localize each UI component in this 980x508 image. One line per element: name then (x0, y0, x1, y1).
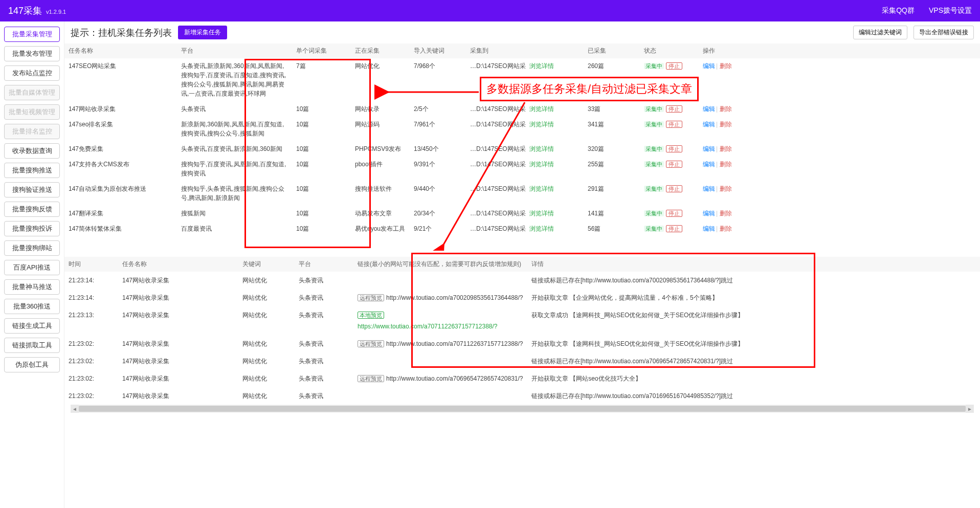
task-ops: 编辑|删除 (699, 117, 980, 141)
task-platform: 新浪新闻,360新闻,凤凰新闻,百度知道,搜狗资讯,搜狗公众号,搜狐新闻 (177, 117, 292, 141)
task-ops: 编辑|删除 (699, 101, 980, 117)
status-badge: 采集中 (644, 186, 664, 192)
detail-link[interactable]: 浏览详情 (529, 225, 554, 232)
sidebar-item-7[interactable]: 批量搜狗推送 (4, 163, 60, 178)
sidebar-item-12[interactable]: 百度API推送 (4, 260, 60, 275)
local-preview-badge[interactable]: 本地预览 (358, 312, 384, 319)
stop-button[interactable]: 停止 (666, 105, 682, 113)
remote-preview-badge[interactable]: 远程预览 (358, 340, 384, 347)
status-badge: 采集中 (644, 121, 664, 127)
log-col-platform: 平台 (295, 257, 353, 272)
sidebar-item-14[interactable]: 批量360推送 (4, 299, 60, 314)
log-kw: 网站优化 (238, 306, 295, 335)
detail-link[interactable]: 浏览详情 (529, 185, 554, 192)
log-kw: 网站优化 (238, 289, 295, 306)
status-badge: 采集中 (644, 161, 664, 167)
stop-button[interactable]: 停止 (666, 145, 682, 152)
task-ops: 编辑|删除 (699, 206, 980, 221)
delete-link[interactable]: 删除 (720, 62, 732, 70)
remote-preview-badge[interactable]: 远程预览 (358, 375, 384, 382)
col-imp: 导入关键词 (410, 43, 466, 58)
add-task-button[interactable]: 新增采集任务 (178, 26, 227, 39)
detail-link[interactable]: 浏览详情 (529, 145, 554, 152)
delete-link[interactable]: 删除 (720, 210, 732, 217)
edit-link[interactable]: 编辑 (703, 185, 715, 192)
task-ops: 编辑|删除 (699, 58, 980, 101)
remote-preview-badge[interactable]: 远程预览 (358, 294, 384, 301)
stop-button[interactable]: 停止 (666, 121, 682, 128)
log-detail: 获取文章成功 【途网科技_网站SEO优化如何做_关于SEO优化详细操作步骤】 (527, 306, 980, 335)
detail-link[interactable]: 浏览详情 (529, 121, 554, 128)
delete-link[interactable]: 删除 (720, 105, 732, 113)
edit-link[interactable]: 编辑 (703, 225, 715, 232)
edit-link[interactable]: 编辑 (703, 161, 715, 168)
delete-link[interactable]: 删除 (720, 145, 732, 152)
sidebar-item-17[interactable]: 伪原创工具 (4, 357, 60, 372)
task-dest: …D:\147SEO网站采 浏览详情 (466, 141, 584, 157)
task-row: 147自动采集为原创发布推送搜狗知乎,头条资讯,搜狐新闻,搜狗公众号,腾讯新闻,… (64, 181, 980, 206)
task-imp: 7/961个 (410, 117, 466, 141)
edit-link[interactable]: 编辑 (703, 210, 715, 217)
sidebar-item-15[interactable]: 链接生成工具 (4, 318, 60, 334)
col-count: 已采集 (584, 43, 640, 58)
task-ops: 编辑|删除 (699, 181, 980, 206)
task-single: 10篇 (292, 157, 351, 181)
edit-link[interactable]: 编辑 (703, 62, 715, 70)
log-row: 21:23:02:147网站收录采集网站优化头条资讯链接或标题已存在[http:… (64, 352, 980, 370)
log-name: 147网站收录采集 (118, 306, 238, 335)
stop-button[interactable]: 停止 (666, 225, 682, 232)
log-time: 21:23:02: (64, 370, 118, 387)
log-time: 21:23:14: (64, 289, 118, 306)
log-url: http://www.toutiao.com/a7002098535617364… (386, 294, 523, 301)
stop-button[interactable]: 停止 (666, 62, 682, 70)
delete-link[interactable]: 删除 (720, 185, 732, 192)
log-link (353, 352, 527, 370)
detail-link[interactable]: 浏览详情 (529, 62, 554, 70)
log-name: 147网站收录采集 (118, 387, 238, 405)
sidebar-item-0[interactable]: 批量采集管理 (4, 27, 60, 42)
task-single: 10篇 (292, 221, 351, 236)
sidebar-item-9[interactable]: 批量搜狗反馈 (4, 202, 60, 217)
filter-keywords-button[interactable]: 编辑过滤关键词 (853, 26, 907, 39)
horizontal-scrollbar[interactable]: ◄ ► (71, 405, 974, 413)
sidebar-item-11[interactable]: 批量搜狗绑站 (4, 240, 60, 256)
log-platform: 头条资讯 (295, 272, 353, 289)
header-link-qq[interactable]: 采集QQ群 (882, 6, 915, 15)
detail-link[interactable]: 浏览详情 (529, 210, 554, 217)
delete-link[interactable]: 删除 (720, 121, 732, 128)
edit-link[interactable]: 编辑 (703, 145, 715, 152)
sidebar-item-8[interactable]: 搜狗验证推送 (4, 182, 60, 197)
sidebar-item-13[interactable]: 批量神马推送 (4, 279, 60, 295)
sidebar-item-2[interactable]: 发布站点监控 (4, 65, 60, 81)
stop-button[interactable]: 停止 (666, 161, 682, 168)
sidebar-item-1[interactable]: 批量发布管理 (4, 46, 60, 61)
edit-link[interactable]: 编辑 (703, 105, 715, 113)
status-badge: 采集中 (644, 63, 664, 69)
delete-link[interactable]: 删除 (720, 225, 732, 232)
edit-link[interactable]: 编辑 (703, 121, 715, 128)
scroll-right-button[interactable]: ► (966, 405, 974, 413)
sidebar-item-6[interactable]: 收录数据查询 (4, 143, 60, 159)
sidebar-item-16[interactable]: 链接抓取工具 (4, 338, 60, 353)
log-col-name: 任务名称 (118, 257, 238, 272)
scroll-left-button[interactable]: ◄ (71, 405, 79, 413)
detail-link[interactable]: 浏览详情 (529, 105, 554, 113)
stop-button[interactable]: 停止 (666, 210, 682, 217)
delete-link[interactable]: 删除 (720, 161, 732, 168)
task-dest: …D:\147SEO网站采 浏览详情 (466, 117, 584, 141)
main-panel: 提示：挂机采集任务列表 新增采集任务 编辑过滤关键词 导出全部错误链接 任务名称… (64, 21, 980, 508)
sidebar-item-10[interactable]: 批量搜狗投诉 (4, 221, 60, 236)
detail-link[interactable]: 浏览详情 (529, 161, 554, 168)
log-platform: 头条资讯 (295, 306, 353, 335)
scroll-thumb[interactable] (79, 406, 966, 412)
log-row: 21:23:02:147网站收录采集网站优化头条资讯远程预览http://www… (64, 335, 980, 352)
header-link-vps[interactable]: VPS拨号设置 (929, 6, 972, 15)
task-imp: 2/5个 (410, 101, 466, 117)
stop-button[interactable]: 停止 (666, 185, 682, 192)
task-row: 147网站收录采集头条资讯10篇网站收录2/5个…D:\147SEO网站采 浏览… (64, 101, 980, 117)
col-ops: 操作 (699, 43, 980, 58)
export-errors-button[interactable]: 导出全部错误链接 (914, 26, 974, 39)
log-col-link: 链接(最小的网站可能没有匹配，如需要可群内反馈增加规则) (353, 257, 527, 272)
toolbar-hint: 提示：挂机采集任务列表 (71, 27, 172, 39)
task-platform: 搜狗知乎,头条资讯,搜狐新闻,搜狗公众号,腾讯新闻,新浪新闻 (177, 181, 292, 206)
